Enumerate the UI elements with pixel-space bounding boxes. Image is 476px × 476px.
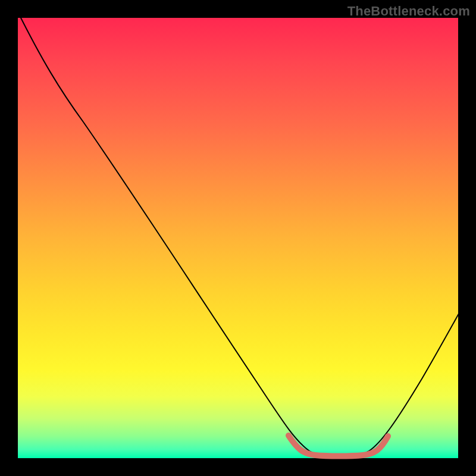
chart-svg: [18, 18, 458, 458]
chart-frame: TheBottleneck.com: [0, 0, 476, 476]
watermark-text: TheBottleneck.com: [347, 4, 470, 19]
bottleneck-curve: [18, 12, 461, 457]
